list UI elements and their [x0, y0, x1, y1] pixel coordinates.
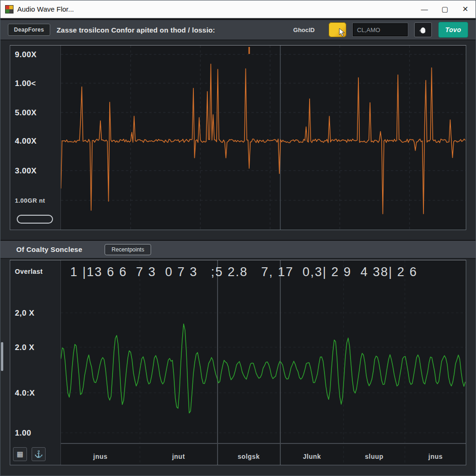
y-axis-label: 4.0:X — [15, 389, 35, 398]
lower-waveform — [61, 260, 466, 465]
y-axis-label: 2,0 X — [15, 309, 34, 318]
x-axis-label: jnus — [429, 453, 443, 460]
lower-y-axis: Overlast 2,0 X 2.0 X 4.0:X 1.00 ▦ ⚓ — [10, 260, 61, 465]
y-axis-label: 1.00< — [15, 79, 36, 88]
y-axis-label: Overlast — [15, 268, 43, 275]
toolbar-caption: Zasse trosilcon Confor apited on thod / … — [57, 26, 215, 34]
x-axis-label: jnus — [93, 453, 108, 460]
cursor-arrow-icon — [338, 28, 345, 37]
app-window: Audio Wave Flor... — ▢ ✕ DeapFores Zasse… — [0, 0, 476, 476]
recent-points-tab[interactable]: Recentpoints — [105, 244, 151, 255]
hand-icon — [419, 26, 427, 34]
lower-chart-panel: Overlast 2,0 X 2.0 X 4.0:X 1.00 ▦ ⚓ 1 |1… — [10, 260, 466, 465]
y-axis-label: 1.00GR nt — [15, 197, 45, 204]
app-icon — [5, 5, 13, 13]
y-axis-label: 2.0 X — [15, 343, 34, 352]
sample-numbers-row: 1 |13 6 6 7 3 0 7 3 ;5 2.8 7, 17 0,3| 2 … — [70, 265, 464, 279]
grid-icon: ▦ — [17, 450, 23, 458]
x-axis-label: Jlunk — [303, 453, 321, 460]
close-button[interactable]: ✕ — [455, 0, 476, 18]
main-toolbar: DeapFores Zasse trosilcon Confor apited … — [0, 19, 476, 40]
clamp-input[interactable] — [353, 23, 408, 36]
go-button[interactable]: Tovo — [438, 22, 468, 38]
maximize-button[interactable]: ▢ — [435, 0, 455, 18]
waveform-canvas-upper[interactable] — [61, 46, 466, 230]
range-pill[interactable] — [17, 215, 53, 224]
x-axis-label: solgsk — [238, 453, 259, 460]
x-axis-label: jnut — [172, 453, 185, 460]
x-axis-label: sluup — [365, 453, 383, 460]
grid-tool-button[interactable]: ▦ — [13, 447, 27, 461]
hand-tool-button[interactable] — [414, 22, 432, 37]
title-bar: Audio Wave Flor... — ▢ ✕ — [0, 0, 476, 18]
y-axis-label: 3.00X — [15, 166, 37, 176]
window-title: Audio Wave Flor... — [17, 5, 414, 13]
scrollbar-thumb[interactable] — [1, 342, 3, 371]
quality-title: Of Coalty Sonclese — [16, 245, 82, 253]
quality-toolbar: Of Coalty Sonclese Recentpoints — [0, 240, 476, 259]
y-axis-label: 1.00 — [15, 429, 31, 438]
pointer-tool-icon[interactable] — [329, 22, 346, 37]
waveform-canvas-lower[interactable]: 1 |13 6 6 7 3 0 7 3 ;5 2.8 7, 17 0,3| 2 … — [61, 260, 466, 465]
y-axis-label: 4.00X — [15, 137, 37, 146]
anchor-tool-button[interactable]: ⚓ — [32, 447, 46, 461]
preset-button[interactable]: DeapFores — [8, 24, 50, 36]
upper-waveform — [61, 46, 466, 230]
minimize-button[interactable]: — — [414, 0, 435, 18]
lower-tool-buttons: ▦ ⚓ — [13, 447, 46, 461]
y-axis-label: 5.00X — [15, 108, 37, 118]
upper-chart-panel: 9.00X 1.00< 5.00X 4.00X 3.00X 1.00GR nt — [10, 45, 466, 230]
mode-label: GhoclD — [293, 26, 315, 33]
upper-y-axis: 9.00X 1.00< 5.00X 4.00X 3.00X 1.00GR nt — [10, 46, 61, 230]
y-axis-label: 9.00X — [15, 50, 37, 60]
anchor-icon: ⚓ — [34, 450, 43, 458]
